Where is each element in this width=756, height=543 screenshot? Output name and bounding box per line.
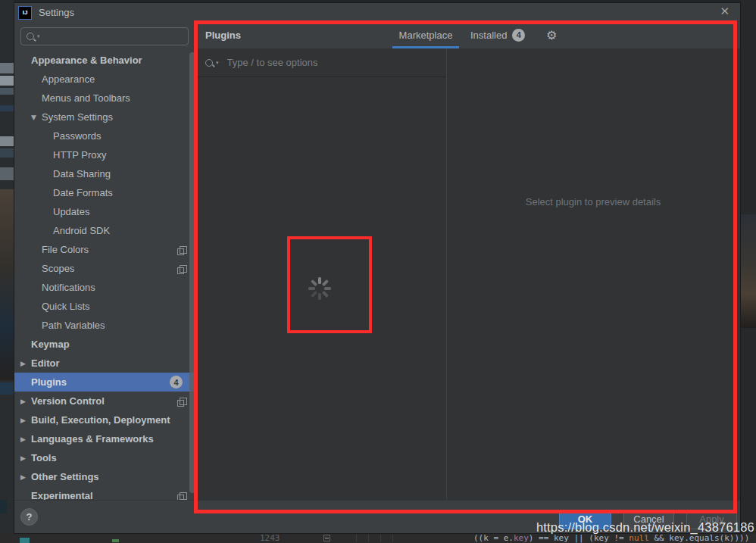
sidebar-item-passwords[interactable]: Passwords	[14, 126, 196, 145]
close-icon[interactable]: ✕	[720, 5, 729, 18]
panel-title: Plugins	[205, 22, 241, 48]
sidebar-item-label: Passwords	[53, 130, 102, 142]
sidebar-item-label: Data Sharing	[53, 168, 111, 179]
indent-guide	[368, 535, 369, 542]
sidebar-item-label: Menus and Toolbars	[42, 92, 130, 104]
indent-guide	[392, 535, 393, 542]
panel-divider	[446, 48, 447, 501]
collapsed-arrow-icon[interactable]: ▶	[20, 435, 31, 443]
sidebar-item-appearance-behavior[interactable]: Appearance & Behavior	[14, 51, 196, 70]
plugins-header: Plugins Marketplace Installed 4 ⚙	[196, 22, 740, 48]
background-artifact	[112, 539, 119, 542]
search-icon	[27, 33, 34, 40]
sidebar-item-appearance[interactable]: Appearance	[14, 70, 196, 89]
sidebar-item-path-variables[interactable]: Path Variables	[14, 316, 196, 335]
project-scope-icon	[180, 492, 187, 500]
sidebar-item-label: Scopes	[42, 263, 74, 274]
sidebar-item-label: Keymap	[31, 339, 70, 350]
help-button[interactable]: ?	[20, 508, 38, 526]
tab-installed-label: Installed	[470, 22, 507, 48]
installed-count-badge: 4	[512, 29, 525, 42]
tab-marketplace[interactable]: Marketplace	[392, 22, 459, 48]
sidebar-item-build-execution-deployment[interactable]: ▶Build, Execution, Deployment	[14, 410, 196, 429]
intellij-app-icon: IJ	[18, 6, 32, 20]
plugin-search-row[interactable]: ▾	[196, 48, 446, 77]
settings-sidebar: ▾ Appearance & BehaviorAppearanceMenus a…	[14, 22, 196, 501]
ok-button[interactable]: OK	[559, 510, 611, 529]
background-artifact	[20, 538, 30, 543]
sidebar-item-label: Build, Execution, Deployment	[31, 414, 170, 426]
collapsed-arrow-icon[interactable]: ▶	[20, 398, 31, 405]
sidebar-scrollbar[interactable]	[189, 52, 195, 493]
cancel-button[interactable]: Cancel	[623, 510, 674, 529]
sidebar-item-scopes[interactable]: Scopes	[14, 259, 196, 278]
sidebar-item-system-settings[interactable]: ▼System Settings	[14, 108, 196, 126]
sidebar-item-android-sdk[interactable]: Android SDK	[14, 221, 196, 240]
sidebar-item-notifications[interactable]: Notifications	[14, 278, 196, 297]
sidebar-item-keymap[interactable]: Keymap	[14, 335, 196, 354]
screen: 1243 ((k = e.key) == key || (key != null…	[0, 0, 756, 543]
project-scope-icon	[180, 265, 187, 273]
sidebar-item-label: Path Variables	[42, 320, 105, 331]
sidebar-item-label: Quick Lists	[42, 301, 90, 312]
details-placeholder: Select plugin to preview details	[446, 196, 740, 208]
chevron-down-icon: ▾	[37, 33, 40, 39]
titlebar: IJ Settings ✕	[14, 3, 740, 22]
sidebar-item-plugins[interactable]: Plugins4	[14, 373, 196, 392]
background-photo	[741, 214, 756, 328]
dialog-footer: ? OK Cancel Apply	[14, 500, 740, 533]
settings-search-input[interactable]	[45, 30, 183, 42]
sidebar-item-http-proxy[interactable]: HTTP Proxy	[14, 145, 196, 164]
sidebar-item-editor[interactable]: ▶Editor	[14, 354, 196, 373]
plugin-search-icon	[205, 59, 213, 67]
sidebar-item-label: Tools	[31, 452, 57, 463]
collapsed-arrow-icon[interactable]: ▶	[20, 417, 31, 424]
sidebar-item-updates[interactable]: Updates	[14, 202, 196, 221]
sidebar-item-label: File Colors	[42, 244, 89, 255]
sidebar-item-languages-frameworks[interactable]: ▶Languages & Frameworks	[14, 429, 196, 448]
sidebar-item-tools[interactable]: ▶Tools	[14, 448, 196, 467]
settings-tree: Appearance & BehaviorAppearanceMenus and…	[14, 51, 196, 505]
sidebar-item-other-settings[interactable]: ▶Other Settings	[14, 467, 196, 486]
sidebar-item-label: System Settings	[42, 111, 113, 123]
editor-code-line: ((k = e.key) == key || (key != null && k…	[473, 534, 749, 543]
sidebar-item-quick-lists[interactable]: Quick Lists	[14, 297, 196, 316]
sidebar-item-label: Version Control	[31, 395, 105, 407]
chevron-down-icon: ▾	[216, 60, 219, 66]
background-right-strip	[741, 0, 756, 543]
indent-guide	[380, 535, 381, 542]
sidebar-item-data-sharing[interactable]: Data Sharing	[14, 164, 196, 183]
sidebar-item-label: Appearance & Behavior	[31, 55, 142, 66]
sidebar-item-label: Languages & Frameworks	[31, 433, 154, 445]
indent-guide	[356, 535, 357, 542]
sidebar-item-date-formats[interactable]: Date Formats	[14, 183, 196, 202]
collapsed-arrow-icon[interactable]: ▶	[20, 360, 31, 367]
sidebar-item-file-colors[interactable]: File Colors	[14, 240, 196, 259]
editor-line-number: 1243	[260, 534, 280, 543]
sidebar-item-label: Date Formats	[53, 187, 113, 198]
loading-spinner-icon	[308, 277, 331, 300]
sidebar-item-label: Android SDK	[53, 225, 110, 236]
project-scope-icon	[180, 398, 187, 405]
settings-dialog: IJ Settings ✕ ▾ Appearance & BehaviorApp…	[14, 2, 741, 534]
sidebar-item-label: HTTP Proxy	[53, 149, 107, 161]
sidebar-item-label: Appearance	[42, 73, 95, 85]
sidebar-item-label: Notifications	[42, 282, 95, 293]
plugin-search-input[interactable]	[226, 56, 418, 69]
plugins-count-badge: 4	[170, 376, 183, 389]
background-left-strip	[0, 0, 14, 543]
collapsed-arrow-icon[interactable]: ▶	[20, 473, 31, 481]
sidebar-item-label: Editor	[31, 357, 60, 369]
window-title: Settings	[39, 7, 74, 18]
gear-icon[interactable]: ⚙	[546, 22, 557, 48]
settings-search-box[interactable]: ▾	[20, 27, 189, 45]
sidebar-item-version-control[interactable]: ▶Version Control	[14, 392, 196, 410]
expanded-arrow-icon[interactable]: ▼	[31, 114, 42, 121]
tab-installed[interactable]: Installed 4	[470, 22, 536, 48]
background-editor-strip: 1243 ((k = e.key) == key || (key != null…	[0, 534, 756, 543]
sidebar-item-label: Updates	[53, 206, 89, 217]
sidebar-item-menus-and-toolbars[interactable]: Menus and Toolbars	[14, 89, 196, 108]
collapsed-arrow-icon[interactable]: ▶	[20, 454, 31, 462]
sidebar-item-label: Plugins	[31, 376, 67, 388]
apply-button[interactable]: Apply	[686, 510, 737, 529]
